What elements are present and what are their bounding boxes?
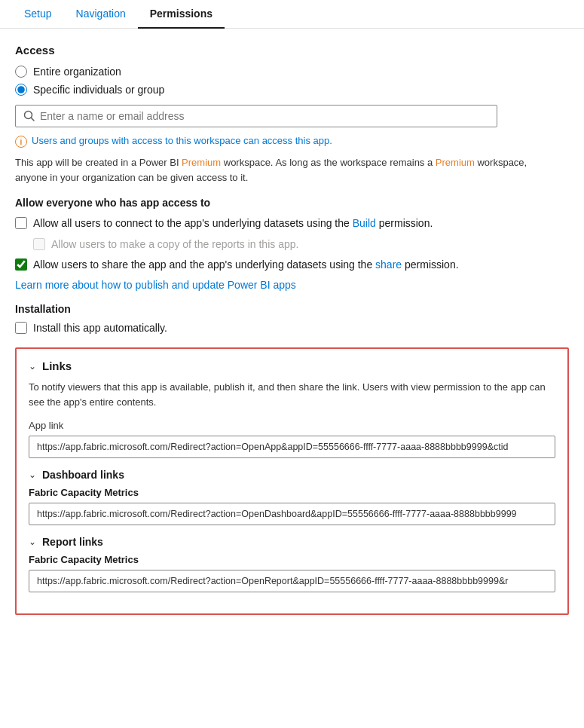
tab-setup[interactable]: Setup <box>12 0 64 29</box>
premium-word-2: Premium <box>436 157 475 168</box>
dashboard-link-group: Fabric Capacity Metrics https://app.fabr… <box>29 487 555 525</box>
app-link-group: App link https://app.fabric.microsoft.co… <box>29 420 555 458</box>
search-input[interactable] <box>40 110 489 122</box>
workspace-access-link[interactable]: Users and groups with access to this wor… <box>32 135 332 146</box>
build-perm-label: Allow all users to connect to the app's … <box>33 216 433 231</box>
share-perm-checkbox[interactable] <box>15 258 27 271</box>
installation-section: Installation Install this app automatica… <box>15 303 569 336</box>
svg-line-1 <box>31 118 34 121</box>
build-perm-item: Allow all users to connect to the app's … <box>15 216 569 231</box>
share-link[interactable]: share <box>375 258 402 271</box>
tab-permissions[interactable]: Permissions <box>138 0 225 29</box>
links-section: ⌄ Links To notify viewers that this app … <box>15 347 569 615</box>
dashboard-links-header: ⌄ Dashboard links <box>29 469 555 481</box>
copy-reports-checkbox[interactable] <box>33 238 45 250</box>
premium-note: This app will be created in a Power BI P… <box>15 155 543 185</box>
links-description: To notify viewers that this app is avail… <box>29 380 555 409</box>
links-section-header: ⌄ Links <box>29 359 555 372</box>
search-icon <box>23 110 35 122</box>
specific-option: Specific individuals or group <box>15 84 569 96</box>
allow-section: Allow everyone who has app access to All… <box>15 197 569 291</box>
app-link-label: App link <box>29 420 555 431</box>
search-box <box>15 105 497 127</box>
allow-section-title: Allow everyone who has app access to <box>15 197 569 209</box>
specific-label: Specific individuals or group <box>33 84 164 96</box>
report-chevron-icon: ⌄ <box>29 537 36 547</box>
info-row: i Users and groups with access to this w… <box>15 135 569 148</box>
share-perm-item: Allow users to share the app and the app… <box>15 258 569 273</box>
access-title: Access <box>15 44 569 57</box>
access-section: Access Entire organization Specific indi… <box>15 44 569 185</box>
learn-more-link[interactable]: Learn more about how to publish and upda… <box>15 279 569 291</box>
dashboard-chevron-icon: ⌄ <box>29 470 36 480</box>
install-auto-label: Install this app automatically. <box>33 321 167 336</box>
entire-org-label: Entire organization <box>33 66 121 78</box>
links-chevron-icon: ⌄ <box>29 361 36 372</box>
report-item-url: https://app.fabric.microsoft.com/Redirec… <box>29 570 555 592</box>
tab-bar: Setup Navigation Permissions <box>0 0 584 29</box>
install-auto-item: Install this app automatically. <box>15 321 569 336</box>
dashboard-item-name: Fabric Capacity Metrics <box>29 487 555 498</box>
info-icon: i <box>15 136 27 148</box>
dashboard-links-title: Dashboard links <box>42 469 124 481</box>
tab-navigation[interactable]: Navigation <box>64 0 138 29</box>
report-item-name: Fabric Capacity Metrics <box>29 554 555 565</box>
entire-org-radio[interactable] <box>15 66 27 78</box>
share-perm-label: Allow users to share the app and the app… <box>33 258 459 273</box>
build-link[interactable]: Build <box>353 217 376 229</box>
installation-title: Installation <box>15 303 569 315</box>
dashboard-item-url: https://app.fabric.microsoft.com/Redirec… <box>29 503 555 525</box>
links-section-title: Links <box>42 359 72 372</box>
copy-reports-label: Allow users to make a copy of the report… <box>51 237 298 252</box>
report-link-group: Fabric Capacity Metrics https://app.fabr… <box>29 554 555 592</box>
entire-org-option: Entire organization <box>15 66 569 78</box>
report-links-header: ⌄ Report links <box>29 536 555 548</box>
page-content: Access Entire organization Specific indi… <box>0 44 584 615</box>
access-radio-group: Entire organization Specific individuals… <box>15 66 569 96</box>
install-auto-checkbox[interactable] <box>15 322 27 334</box>
report-links-title: Report links <box>42 536 103 548</box>
copy-reports-item: Allow users to make a copy of the report… <box>15 237 569 252</box>
premium-word: Premium <box>182 157 221 168</box>
build-perm-checkbox[interactable] <box>15 217 27 229</box>
app-link-url: https://app.fabric.microsoft.com/Redirec… <box>29 436 555 458</box>
specific-radio[interactable] <box>15 84 27 96</box>
